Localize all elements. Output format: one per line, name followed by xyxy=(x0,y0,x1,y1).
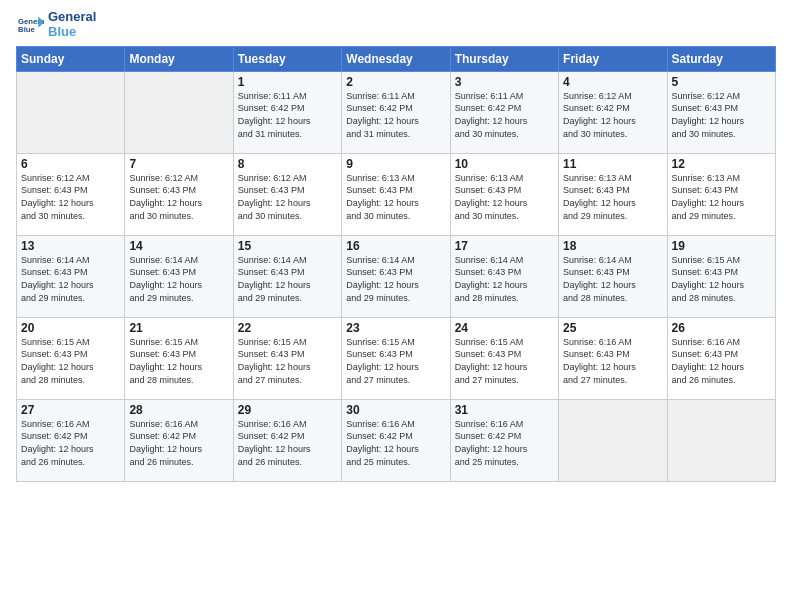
calendar-cell: 28Sunrise: 6:16 AM Sunset: 6:42 PM Dayli… xyxy=(125,399,233,481)
day-info: Sunrise: 6:15 AM Sunset: 6:43 PM Dayligh… xyxy=(21,336,120,386)
day-info: Sunrise: 6:16 AM Sunset: 6:43 PM Dayligh… xyxy=(563,336,662,386)
day-info: Sunrise: 6:16 AM Sunset: 6:42 PM Dayligh… xyxy=(129,418,228,468)
logo-text-general: General xyxy=(48,10,96,25)
calendar-cell xyxy=(559,399,667,481)
calendar-cell: 15Sunrise: 6:14 AM Sunset: 6:43 PM Dayli… xyxy=(233,235,341,317)
day-number: 7 xyxy=(129,157,228,171)
day-number: 31 xyxy=(455,403,554,417)
day-info: Sunrise: 6:11 AM Sunset: 6:42 PM Dayligh… xyxy=(455,90,554,140)
day-info: Sunrise: 6:14 AM Sunset: 6:43 PM Dayligh… xyxy=(238,254,337,304)
day-info: Sunrise: 6:11 AM Sunset: 6:42 PM Dayligh… xyxy=(346,90,445,140)
calendar-cell: 27Sunrise: 6:16 AM Sunset: 6:42 PM Dayli… xyxy=(17,399,125,481)
calendar-cell xyxy=(17,71,125,153)
day-info: Sunrise: 6:15 AM Sunset: 6:43 PM Dayligh… xyxy=(672,254,771,304)
col-friday: Friday xyxy=(559,46,667,71)
day-number: 1 xyxy=(238,75,337,89)
day-number: 26 xyxy=(672,321,771,335)
day-info: Sunrise: 6:12 AM Sunset: 6:43 PM Dayligh… xyxy=(238,172,337,222)
day-info: Sunrise: 6:12 AM Sunset: 6:42 PM Dayligh… xyxy=(563,90,662,140)
logo-area: General Blue General Blue xyxy=(16,10,96,40)
calendar-cell: 25Sunrise: 6:16 AM Sunset: 6:43 PM Dayli… xyxy=(559,317,667,399)
day-info: Sunrise: 6:13 AM Sunset: 6:43 PM Dayligh… xyxy=(346,172,445,222)
calendar-cell: 14Sunrise: 6:14 AM Sunset: 6:43 PM Dayli… xyxy=(125,235,233,317)
day-info: Sunrise: 6:16 AM Sunset: 6:42 PM Dayligh… xyxy=(455,418,554,468)
calendar-week-row: 27Sunrise: 6:16 AM Sunset: 6:42 PM Dayli… xyxy=(17,399,776,481)
day-info: Sunrise: 6:13 AM Sunset: 6:43 PM Dayligh… xyxy=(455,172,554,222)
col-sunday: Sunday xyxy=(17,46,125,71)
day-number: 4 xyxy=(563,75,662,89)
col-thursday: Thursday xyxy=(450,46,558,71)
day-info: Sunrise: 6:15 AM Sunset: 6:43 PM Dayligh… xyxy=(346,336,445,386)
day-info: Sunrise: 6:12 AM Sunset: 6:43 PM Dayligh… xyxy=(672,90,771,140)
col-saturday: Saturday xyxy=(667,46,775,71)
col-monday: Monday xyxy=(125,46,233,71)
calendar-cell: 31Sunrise: 6:16 AM Sunset: 6:42 PM Dayli… xyxy=(450,399,558,481)
day-info: Sunrise: 6:13 AM Sunset: 6:43 PM Dayligh… xyxy=(672,172,771,222)
day-info: Sunrise: 6:13 AM Sunset: 6:43 PM Dayligh… xyxy=(563,172,662,222)
day-info: Sunrise: 6:16 AM Sunset: 6:43 PM Dayligh… xyxy=(672,336,771,386)
calendar-cell: 8Sunrise: 6:12 AM Sunset: 6:43 PM Daylig… xyxy=(233,153,341,235)
page-header: General Blue General Blue xyxy=(16,10,776,40)
calendar-cell: 23Sunrise: 6:15 AM Sunset: 6:43 PM Dayli… xyxy=(342,317,450,399)
calendar-cell: 20Sunrise: 6:15 AM Sunset: 6:43 PM Dayli… xyxy=(17,317,125,399)
calendar-cell: 16Sunrise: 6:14 AM Sunset: 6:43 PM Dayli… xyxy=(342,235,450,317)
day-number: 13 xyxy=(21,239,120,253)
calendar-cell: 4Sunrise: 6:12 AM Sunset: 6:42 PM Daylig… xyxy=(559,71,667,153)
svg-text:Blue: Blue xyxy=(18,25,35,34)
col-tuesday: Tuesday xyxy=(233,46,341,71)
calendar-week-row: 6Sunrise: 6:12 AM Sunset: 6:43 PM Daylig… xyxy=(17,153,776,235)
calendar-cell: 26Sunrise: 6:16 AM Sunset: 6:43 PM Dayli… xyxy=(667,317,775,399)
day-info: Sunrise: 6:15 AM Sunset: 6:43 PM Dayligh… xyxy=(238,336,337,386)
calendar-cell: 1Sunrise: 6:11 AM Sunset: 6:42 PM Daylig… xyxy=(233,71,341,153)
day-info: Sunrise: 6:14 AM Sunset: 6:43 PM Dayligh… xyxy=(129,254,228,304)
calendar-table: Sunday Monday Tuesday Wednesday Thursday… xyxy=(16,46,776,482)
day-number: 11 xyxy=(563,157,662,171)
day-info: Sunrise: 6:12 AM Sunset: 6:43 PM Dayligh… xyxy=(129,172,228,222)
day-number: 25 xyxy=(563,321,662,335)
day-number: 3 xyxy=(455,75,554,89)
calendar-header-row: Sunday Monday Tuesday Wednesday Thursday… xyxy=(17,46,776,71)
calendar-cell: 7Sunrise: 6:12 AM Sunset: 6:43 PM Daylig… xyxy=(125,153,233,235)
day-number: 2 xyxy=(346,75,445,89)
day-number: 5 xyxy=(672,75,771,89)
logo-icon: General Blue xyxy=(16,11,44,39)
day-info: Sunrise: 6:16 AM Sunset: 6:42 PM Dayligh… xyxy=(21,418,120,468)
calendar-cell xyxy=(667,399,775,481)
day-number: 9 xyxy=(346,157,445,171)
day-number: 27 xyxy=(21,403,120,417)
calendar-cell: 24Sunrise: 6:15 AM Sunset: 6:43 PM Dayli… xyxy=(450,317,558,399)
calendar-cell: 19Sunrise: 6:15 AM Sunset: 6:43 PM Dayli… xyxy=(667,235,775,317)
day-number: 29 xyxy=(238,403,337,417)
calendar-cell: 6Sunrise: 6:12 AM Sunset: 6:43 PM Daylig… xyxy=(17,153,125,235)
day-number: 20 xyxy=(21,321,120,335)
calendar-week-row: 1Sunrise: 6:11 AM Sunset: 6:42 PM Daylig… xyxy=(17,71,776,153)
calendar-cell: 12Sunrise: 6:13 AM Sunset: 6:43 PM Dayli… xyxy=(667,153,775,235)
day-info: Sunrise: 6:16 AM Sunset: 6:42 PM Dayligh… xyxy=(346,418,445,468)
day-number: 15 xyxy=(238,239,337,253)
day-number: 14 xyxy=(129,239,228,253)
calendar-cell: 11Sunrise: 6:13 AM Sunset: 6:43 PM Dayli… xyxy=(559,153,667,235)
calendar-cell: 5Sunrise: 6:12 AM Sunset: 6:43 PM Daylig… xyxy=(667,71,775,153)
day-info: Sunrise: 6:14 AM Sunset: 6:43 PM Dayligh… xyxy=(21,254,120,304)
day-info: Sunrise: 6:11 AM Sunset: 6:42 PM Dayligh… xyxy=(238,90,337,140)
day-number: 6 xyxy=(21,157,120,171)
calendar-cell: 3Sunrise: 6:11 AM Sunset: 6:42 PM Daylig… xyxy=(450,71,558,153)
calendar-cell: 30Sunrise: 6:16 AM Sunset: 6:42 PM Dayli… xyxy=(342,399,450,481)
calendar-cell: 18Sunrise: 6:14 AM Sunset: 6:43 PM Dayli… xyxy=(559,235,667,317)
calendar-week-row: 20Sunrise: 6:15 AM Sunset: 6:43 PM Dayli… xyxy=(17,317,776,399)
calendar-cell: 17Sunrise: 6:14 AM Sunset: 6:43 PM Dayli… xyxy=(450,235,558,317)
day-number: 18 xyxy=(563,239,662,253)
day-info: Sunrise: 6:15 AM Sunset: 6:43 PM Dayligh… xyxy=(129,336,228,386)
day-number: 16 xyxy=(346,239,445,253)
calendar-cell: 2Sunrise: 6:11 AM Sunset: 6:42 PM Daylig… xyxy=(342,71,450,153)
day-number: 24 xyxy=(455,321,554,335)
day-number: 10 xyxy=(455,157,554,171)
day-number: 30 xyxy=(346,403,445,417)
calendar-cell: 21Sunrise: 6:15 AM Sunset: 6:43 PM Dayli… xyxy=(125,317,233,399)
day-info: Sunrise: 6:14 AM Sunset: 6:43 PM Dayligh… xyxy=(563,254,662,304)
calendar-cell xyxy=(125,71,233,153)
col-wednesday: Wednesday xyxy=(342,46,450,71)
day-info: Sunrise: 6:16 AM Sunset: 6:42 PM Dayligh… xyxy=(238,418,337,468)
calendar-cell: 10Sunrise: 6:13 AM Sunset: 6:43 PM Dayli… xyxy=(450,153,558,235)
day-info: Sunrise: 6:14 AM Sunset: 6:43 PM Dayligh… xyxy=(455,254,554,304)
